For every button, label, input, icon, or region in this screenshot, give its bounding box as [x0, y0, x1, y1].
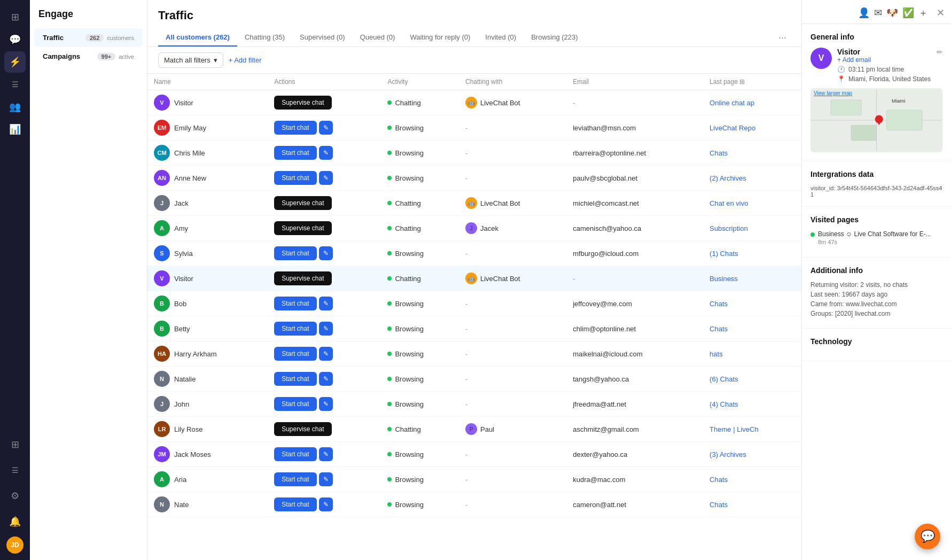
- nav-icon-team[interactable]: 👥: [4, 96, 26, 118]
- edit-visitor-button[interactable]: ✎: [319, 372, 333, 386]
- panel-close-button[interactable]: ✕: [937, 7, 945, 19]
- cell-name: BBetty: [147, 316, 268, 341]
- fab-chat-button[interactable]: 💬: [915, 524, 940, 549]
- start-chat-button[interactable]: Start chat: [274, 121, 316, 135]
- nav-icon-home[interactable]: ⊞: [4, 6, 26, 28]
- last-page-link[interactable]: Theme | LiveCh: [710, 425, 759, 433]
- add-email-link[interactable]: + Add email: [837, 56, 942, 64]
- filter-select[interactable]: Match all filters ▾: [158, 52, 223, 68]
- last-page-link[interactable]: Chat en vivo: [710, 199, 748, 207]
- panel-icon-check[interactable]: ✅: [902, 7, 914, 19]
- last-page-link[interactable]: Business: [710, 275, 738, 283]
- nav-icon-billing[interactable]: ☰: [4, 460, 26, 481]
- supervise-chat-button[interactable]: Supervise chat: [274, 96, 331, 110]
- cell-actions: Start chat✎: [268, 291, 381, 316]
- last-page-link[interactable]: Subscription: [710, 224, 748, 232]
- add-filter-button[interactable]: + Add filter: [229, 56, 262, 64]
- name-cell: NNatalie: [154, 371, 261, 387]
- cell-activity: Browsing: [381, 316, 459, 341]
- cell-name: ANAnne New: [147, 166, 268, 191]
- start-chat-button[interactable]: Start chat: [274, 447, 316, 461]
- view-larger-map-link[interactable]: View larger map: [814, 90, 852, 96]
- edit-visitor-button[interactable]: ✎: [319, 472, 333, 486]
- supervise-chat-button[interactable]: Supervise chat: [274, 271, 331, 285]
- sidebar-item-traffic[interactable]: Traffic 262 customers: [34, 28, 143, 47]
- tab-all[interactable]: All customers (262): [158, 29, 237, 46]
- edit-visitor-button[interactable]: ✎: [319, 397, 333, 411]
- tab-browsing[interactable]: Browsing (223): [524, 29, 585, 46]
- start-chat-button[interactable]: Start chat: [274, 347, 316, 361]
- edit-icon[interactable]: ✏: [937, 48, 942, 56]
- edit-visitor-button[interactable]: ✎: [319, 297, 333, 310]
- start-chat-button[interactable]: Start chat: [274, 171, 316, 185]
- start-chat-button[interactable]: Start chat: [274, 472, 316, 486]
- nav-icon-marketplace[interactable]: ⊞: [4, 434, 26, 455]
- last-page-link[interactable]: (3) Archives: [710, 450, 746, 458]
- sidebar-item-campaigns[interactable]: Campaigns 99+ active: [34, 47, 143, 66]
- tab-supervised[interactable]: Supervised (0): [292, 29, 353, 46]
- right-panel: 👤 ✉ 🐶 ✅ ＋ ✕ General info V Visitor ✏ + A…: [801, 0, 951, 560]
- panel-icon-plus[interactable]: ＋: [918, 6, 928, 19]
- additional-info-title: Additional info: [810, 266, 942, 275]
- visited-page-label: Business ☺ Live Chat Software for E-...: [818, 230, 931, 238]
- last-page-link[interactable]: (1) Chats: [710, 250, 738, 258]
- tabs-more-button[interactable]: ···: [774, 30, 791, 45]
- last-page-link[interactable]: Chats: [710, 476, 728, 484]
- last-page-link[interactable]: Chats: [710, 149, 728, 157]
- start-chat-button[interactable]: Start chat: [274, 497, 316, 511]
- last-page-link[interactable]: Chats: [710, 325, 728, 333]
- last-page-link[interactable]: Chats: [710, 501, 728, 509]
- start-chat-button[interactable]: Start chat: [274, 322, 316, 336]
- supervise-chat-button[interactable]: Supervise chat: [274, 422, 331, 436]
- cell-actions: Supervise chat: [268, 417, 381, 442]
- table-row: AAriaStart chat✎Browsing-kudra@mac.comCh…: [147, 467, 801, 492]
- nav-icon-settings[interactable]: ⚙: [4, 485, 26, 507]
- start-chat-button[interactable]: Start chat: [274, 246, 316, 260]
- chevron-down-icon: ▾: [214, 56, 217, 64]
- last-page-link[interactable]: (6) Chats: [710, 375, 738, 383]
- edit-visitor-button[interactable]: ✎: [319, 246, 333, 260]
- edit-visitor-button[interactable]: ✎: [319, 121, 333, 135]
- edit-visitor-button[interactable]: ✎: [319, 322, 333, 336]
- columns-icon[interactable]: ⊞: [739, 78, 745, 85]
- activity-label: Chatting: [395, 224, 420, 232]
- tab-invited[interactable]: Invited (0): [478, 29, 524, 46]
- panel-icon-email[interactable]: ✉: [874, 7, 882, 19]
- panel-icon-dog[interactable]: 🐶: [886, 7, 898, 19]
- cell-name: SSylvia: [147, 241, 268, 266]
- last-page-link[interactable]: (2) Archives: [710, 174, 746, 182]
- user-avatar[interactable]: JD: [6, 536, 24, 554]
- name-cell: AAria: [154, 471, 261, 487]
- supervise-chat-button[interactable]: Supervise chat: [274, 221, 331, 235]
- tab-queued[interactable]: Queued (0): [353, 29, 403, 46]
- last-page-link[interactable]: Online chat ap: [710, 99, 754, 107]
- panel-icon-person[interactable]: 👤: [858, 7, 870, 19]
- nav-icon-reports[interactable]: 📊: [4, 119, 26, 140]
- supervise-chat-button[interactable]: Supervise chat: [274, 196, 331, 210]
- tab-waiting[interactable]: Waiting for reply (0): [402, 29, 478, 46]
- start-chat-button[interactable]: Start chat: [274, 397, 316, 411]
- start-chat-button[interactable]: Start chat: [274, 372, 316, 386]
- edit-visitor-button[interactable]: ✎: [319, 171, 333, 185]
- campaigns-count-label: active: [119, 53, 134, 60]
- nav-icon-archives[interactable]: ☰: [4, 74, 26, 95]
- nav-icon-chat[interactable]: 💬: [4, 29, 26, 50]
- last-page-link[interactable]: hats: [710, 350, 723, 358]
- table-header-row: Name Actions Activity Chatting with Emai…: [147, 74, 801, 90]
- edit-visitor-button[interactable]: ✎: [319, 347, 333, 361]
- nav-icon-engage[interactable]: ⚡: [4, 51, 26, 73]
- nav-icon-news[interactable]: 🔔: [4, 511, 26, 532]
- edit-visitor-button[interactable]: ✎: [319, 146, 333, 160]
- tab-chatting[interactable]: Chatting (35): [237, 29, 292, 46]
- start-chat-button[interactable]: Start chat: [274, 146, 316, 160]
- row-avatar: J: [154, 396, 170, 412]
- activity-dot: [387, 100, 392, 105]
- edit-visitor-button[interactable]: ✎: [319, 497, 333, 511]
- last-page-link[interactable]: (4) Chats: [710, 400, 738, 408]
- last-page-link[interactable]: LiveChat Repo: [710, 124, 755, 132]
- visitor-map[interactable]: View larger map Miami: [810, 88, 942, 152]
- activity-label: Browsing: [395, 300, 423, 308]
- last-page-link[interactable]: Chats: [710, 300, 728, 308]
- edit-visitor-button[interactable]: ✎: [319, 447, 333, 461]
- start-chat-button[interactable]: Start chat: [274, 297, 316, 310]
